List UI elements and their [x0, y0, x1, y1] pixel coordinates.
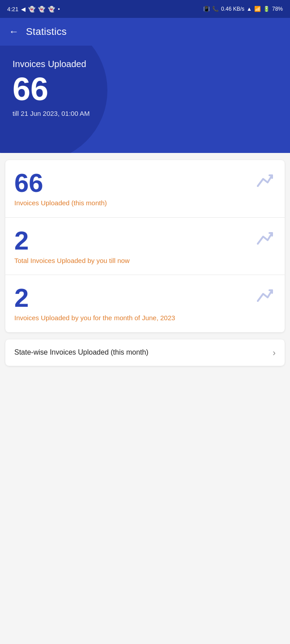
- snapchat-icon3: 👻: [48, 6, 55, 13]
- stat-desc-1: Invoices Uploaded (this month): [14, 199, 254, 208]
- dot-icon: •: [58, 6, 60, 13]
- trend-icon-2: [254, 228, 276, 251]
- state-wise-label: State-wise Invoices Uploaded (this month…: [14, 348, 149, 356]
- hero-banner: Invoices Uploaded 66 till 21 Jun 2023, 0…: [0, 46, 290, 153]
- stat-desc-2: Total Invoices Uploaded by you till now: [14, 256, 254, 265]
- stat-number-2: 2: [14, 228, 254, 254]
- signal-icon: 📶: [254, 6, 261, 12]
- wifi-icon: ▲: [247, 6, 252, 12]
- hero-number: 66: [13, 73, 277, 105]
- snapchat-icon2: 👻: [38, 6, 45, 13]
- stat-number-3: 2: [14, 285, 254, 311]
- stat-card-3: 2 Invoices Uploaded by you for the month…: [5, 275, 285, 332]
- status-left: 4:21 ◀ 👻 👻 👻 •: [7, 6, 60, 13]
- trend-icon-3: [254, 285, 276, 308]
- hero-content: Invoices Uploaded 66 till 21 Jun 2023, 0…: [13, 59, 277, 117]
- status-bar: 4:21 ◀ 👻 👻 👻 • 📳 📞 0.46 KB/s ▲ 📶 🔋 78%: [0, 0, 290, 18]
- page-title: Statistics: [26, 26, 67, 38]
- vibrate-icon: 📳: [203, 6, 210, 12]
- state-wise-row[interactable]: State-wise Invoices Uploaded (this month…: [5, 339, 285, 366]
- battery-icon: 🔋: [263, 6, 270, 12]
- top-bar: ← Statistics: [0, 18, 290, 46]
- stats-cards-container: 66 Invoices Uploaded (this month) 2 Tota…: [5, 160, 285, 332]
- hero-date: till 21 Jun 2023, 01:00 AM: [13, 110, 277, 117]
- status-right: 📳 📞 0.46 KB/s ▲ 📶 🔋 78%: [203, 6, 283, 12]
- stat-desc-3: Invoices Uploaded by you for the month o…: [14, 314, 254, 322]
- navigation-icon: ◀: [21, 6, 26, 13]
- stat-card-2: 2 Total Invoices Uploaded by you till no…: [5, 218, 285, 275]
- stat-number-1: 66: [14, 170, 254, 196]
- battery-percent: 78%: [272, 6, 283, 12]
- snapchat-icon1: 👻: [28, 6, 35, 13]
- stat-card-1: 66 Invoices Uploaded (this month): [5, 160, 285, 218]
- hero-label: Invoices Uploaded: [13, 59, 277, 69]
- chevron-right-icon: ›: [273, 347, 276, 358]
- stat-card-2-content: 2 Total Invoices Uploaded by you till no…: [14, 228, 254, 265]
- time-display: 4:21: [7, 6, 18, 13]
- call-icon: 📞: [212, 6, 219, 12]
- back-button[interactable]: ←: [9, 26, 19, 38]
- stat-card-1-content: 66 Invoices Uploaded (this month): [14, 170, 254, 208]
- speed-display: 0.46 KB/s: [221, 6, 244, 12]
- stat-card-3-content: 2 Invoices Uploaded by you for the month…: [14, 285, 254, 322]
- trend-icon-1: [254, 170, 276, 193]
